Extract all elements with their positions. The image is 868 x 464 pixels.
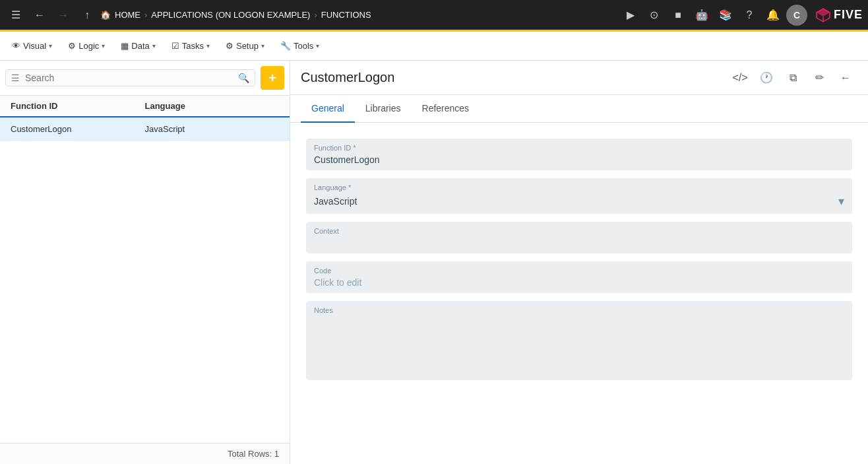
tasks-icon: ☑ (171, 41, 179, 51)
function-id-field: Function ID * CustomerLogon (306, 139, 852, 170)
svg-marker-1 (817, 9, 830, 17)
form-area: Function ID * CustomerLogon Language * J… (290, 123, 868, 464)
search-icon[interactable]: 🔍 (238, 73, 249, 83)
top-navbar: ☰ ← → ↑ 🏠 HOME › APPLICATIONS (ON LOGON … (0, 0, 868, 32)
secondary-navbar: 👁 Visual ▾ ⚙ Logic ▾ ▦ Data ▾ ☑ Tasks ▾ … (0, 32, 868, 61)
copy-button[interactable]: ⧉ (781, 66, 805, 90)
filter-icon: ☰ (11, 73, 20, 83)
visual-arrow: ▾ (49, 42, 52, 50)
col-header-language: Language (145, 101, 280, 111)
right-panel: CustomerLogon </> 🕐 ⧉ ✏ ← General Librar… (290, 61, 868, 464)
forward-nav-icon[interactable]: → (53, 5, 74, 26)
language-dropdown-arrow: ▾ (838, 194, 844, 209)
language-select[interactable]: JavaScript ▾ (314, 194, 844, 209)
add-button[interactable]: + (261, 66, 284, 90)
tab-references[interactable]: References (412, 95, 480, 123)
setup-icon: ⚙ (226, 41, 233, 51)
logic-arrow: ▾ (102, 42, 105, 50)
search-input[interactable] (25, 73, 233, 83)
main-layout: ☰ 🔍 + Function ID Language CustomerLogon… (0, 61, 868, 464)
language-field: Language * JavaScript ▾ (306, 178, 852, 214)
function-id-label: Function ID * (314, 144, 844, 152)
context-label: Context (314, 227, 844, 235)
breadcrumb-app[interactable]: APPLICATIONS (ON LOGON EXAMPLE) (151, 10, 310, 20)
tabs-bar: General Libraries References (290, 95, 868, 123)
code-field[interactable]: Code Click to edit (306, 261, 852, 293)
edit-button[interactable]: ✏ (807, 66, 831, 90)
tools-menu[interactable]: 🔧 Tools ▾ (274, 37, 326, 55)
table-body: CustomerLogon JavaScript (0, 117, 290, 443)
language-value: JavaScript (314, 196, 357, 207)
menu-icon[interactable]: ☰ (5, 5, 26, 26)
tasks-arrow: ▾ (206, 42, 210, 50)
setup-arrow: ▾ (261, 42, 264, 50)
robot-icon[interactable]: 🤖 (691, 5, 712, 26)
breadcrumb: 🏠 HOME › APPLICATIONS (ON LOGON EXAMPLE)… (100, 10, 617, 20)
logic-icon: ⚙ (68, 41, 76, 51)
notes-value[interactable] (314, 317, 844, 327)
data-menu[interactable]: ▦ Data ▾ (114, 37, 162, 55)
col-header-function-id: Function ID (11, 101, 145, 111)
avatar[interactable]: C (786, 5, 807, 26)
cell-language: JavaScript (145, 124, 280, 134)
play-icon[interactable]: ▶ (620, 5, 641, 26)
breadcrumb-home[interactable]: HOME (115, 10, 140, 20)
tools-arrow: ▾ (316, 42, 319, 50)
visual-menu[interactable]: 👁 Visual ▾ (5, 37, 59, 55)
table-header: Function ID Language (0, 96, 290, 117)
notes-field[interactable]: Notes (306, 301, 852, 380)
tab-libraries[interactable]: Libraries (355, 95, 412, 123)
code-placeholder[interactable]: Click to edit (314, 277, 844, 288)
data-arrow: ▾ (152, 42, 156, 50)
history-button[interactable]: 🕐 (755, 66, 778, 90)
context-field[interactable]: Context (306, 222, 852, 253)
function-id-value[interactable]: CustomerLogon (314, 154, 844, 165)
tools-icon: 🔧 (280, 41, 291, 51)
setup-menu[interactable]: ⚙ Setup ▾ (219, 37, 271, 55)
language-label: Language * (314, 183, 844, 191)
up-nav-icon[interactable]: ↑ (77, 5, 98, 26)
tab-general[interactable]: General (301, 95, 355, 123)
five-logo: FIVE (815, 7, 863, 23)
context-value[interactable] (314, 238, 844, 248)
left-panel: ☰ 🔍 + Function ID Language CustomerLogon… (0, 61, 290, 464)
form-title: CustomerLogon (301, 70, 728, 85)
visual-icon: 👁 (12, 41, 20, 51)
back-button[interactable]: ← (834, 66, 857, 90)
right-header: CustomerLogon </> 🕐 ⧉ ✏ ← (290, 61, 868, 95)
nav-right-actions: ▶ ⊙ ■ 🤖 📚 ? 🔔 C (620, 5, 807, 26)
help-icon[interactable]: ? (739, 5, 760, 26)
header-actions: </> 🕐 ⧉ ✏ ← (728, 66, 857, 90)
code-label: Code (314, 267, 844, 275)
table-footer: Total Rows: 1 (0, 443, 290, 464)
cell-function-id: CustomerLogon (11, 124, 145, 134)
back-nav-icon[interactable]: ← (29, 5, 50, 26)
breadcrumb-functions[interactable]: FUNCTIONS (321, 10, 371, 20)
logic-menu[interactable]: ⚙ Logic ▾ (61, 37, 111, 55)
notification-icon[interactable]: 🔔 (762, 5, 784, 26)
search-bar: ☰ 🔍 + (0, 61, 290, 96)
table-row[interactable]: CustomerLogon JavaScript (0, 117, 290, 141)
books-icon[interactable]: 📚 (715, 5, 736, 26)
data-icon: ▦ (121, 41, 129, 51)
search-input-wrap: ☰ 🔍 (5, 69, 255, 86)
code-editor-button[interactable]: </> (728, 66, 752, 90)
search-nav-icon[interactable]: ⊙ (644, 5, 665, 26)
stop-icon[interactable]: ■ (667, 5, 689, 26)
tasks-menu[interactable]: ☑ Tasks ▾ (165, 37, 216, 55)
home-icon: 🏠 (100, 10, 111, 20)
notes-label: Notes (314, 306, 844, 314)
